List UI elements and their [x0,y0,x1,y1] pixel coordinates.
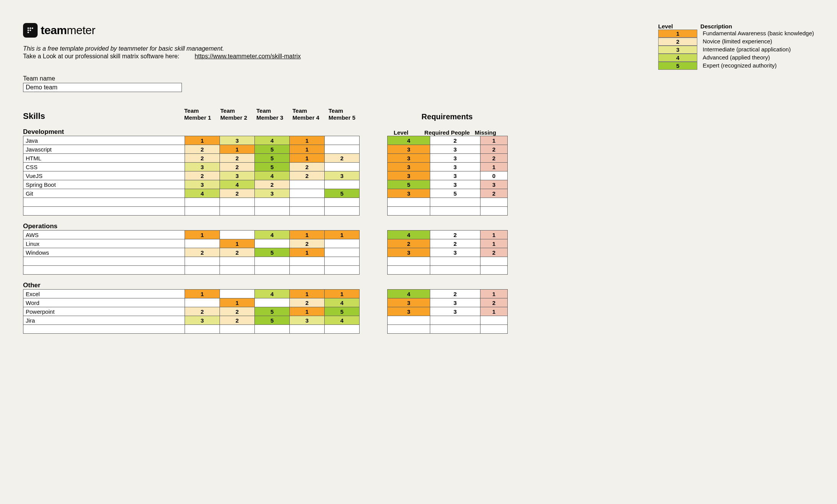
skill-level-cell[interactable]: 2 [325,154,360,163]
required-people-cell[interactable] [430,207,480,216]
skill-name-cell[interactable]: Excel [23,290,185,298]
skill-level-cell[interactable] [325,239,360,248]
skill-level-cell[interactable] [325,136,360,145]
required-level-cell[interactable]: 3 [388,163,430,171]
skill-level-cell[interactable]: 1 [290,248,325,257]
skill-level-cell[interactable]: 1 [220,298,255,307]
required-level-cell[interactable]: 3 [388,248,430,257]
skill-level-cell[interactable]: 2 [185,154,220,163]
skill-level-cell[interactable] [255,257,290,266]
skill-level-cell[interactable]: 1 [185,290,220,298]
skill-name-cell[interactable]: Java [23,136,185,145]
skill-level-cell[interactable] [325,248,360,257]
skill-matrix-link[interactable]: https://www.teammeter.com/skill-matrix [195,53,301,60]
skill-level-cell[interactable] [255,266,290,275]
required-people-cell[interactable]: 3 [430,171,480,180]
missing-cell[interactable]: 1 [480,290,508,298]
required-level-cell[interactable]: 5 [388,180,430,189]
skill-level-cell[interactable]: 4 [325,316,360,325]
missing-cell[interactable]: 1 [480,163,508,171]
required-people-cell[interactable]: 3 [430,298,480,307]
skill-level-cell[interactable]: 5 [255,316,290,325]
skill-level-cell[interactable]: 3 [255,189,290,198]
skill-name-cell[interactable]: Word [23,298,185,307]
skill-name-cell[interactable]: Javascript [23,145,185,154]
skill-name-cell[interactable]: Windows [23,248,185,257]
skill-level-cell[interactable] [290,207,325,216]
missing-cell[interactable]: 2 [480,248,508,257]
missing-cell[interactable]: 3 [480,180,508,189]
skill-level-cell[interactable]: 3 [325,171,360,180]
skill-name-cell[interactable]: CSS [23,163,185,171]
skill-level-cell[interactable] [325,325,360,334]
skill-level-cell[interactable] [185,239,220,248]
missing-cell[interactable]: 2 [480,189,508,198]
skill-level-cell[interactable]: 5 [255,248,290,257]
skill-level-cell[interactable]: 2 [220,154,255,163]
skill-level-cell[interactable]: 4 [255,231,290,239]
required-level-cell[interactable] [388,198,430,207]
skill-name-cell[interactable]: Powerpoint [23,307,185,316]
team-name-input[interactable]: Demo team [23,83,182,92]
required-level-cell[interactable]: 4 [388,136,430,145]
required-people-cell[interactable]: 3 [430,145,480,154]
skill-level-cell[interactable]: 4 [255,136,290,145]
missing-cell[interactable]: 2 [480,145,508,154]
skill-level-cell[interactable]: 3 [220,136,255,145]
skill-level-cell[interactable]: 1 [290,290,325,298]
required-level-cell[interactable] [388,316,430,325]
skill-level-cell[interactable]: 1 [185,231,220,239]
required-level-cell[interactable] [388,207,430,216]
missing-cell[interactable] [480,207,508,216]
skill-level-cell[interactable] [220,290,255,298]
skill-level-cell[interactable]: 3 [220,171,255,180]
skill-level-cell[interactable] [220,257,255,266]
skill-name-cell[interactable] [23,266,185,275]
skill-level-cell[interactable]: 3 [185,316,220,325]
skill-level-cell[interactable] [290,189,325,198]
skill-level-cell[interactable]: 4 [220,180,255,189]
required-level-cell[interactable]: 3 [388,154,430,163]
skill-level-cell[interactable]: 2 [220,163,255,171]
missing-cell[interactable] [480,257,508,266]
skill-level-cell[interactable] [220,266,255,275]
skill-level-cell[interactable] [185,298,220,307]
skill-level-cell[interactable]: 2 [220,248,255,257]
skill-level-cell[interactable]: 5 [255,307,290,316]
skill-level-cell[interactable]: 5 [255,154,290,163]
skill-level-cell[interactable]: 2 [220,307,255,316]
skill-level-cell[interactable]: 2 [290,171,325,180]
required-level-cell[interactable]: 3 [388,307,430,316]
skill-level-cell[interactable]: 4 [325,298,360,307]
skill-level-cell[interactable] [255,298,290,307]
skill-level-cell[interactable] [290,325,325,334]
required-people-cell[interactable] [430,266,480,275]
skill-level-cell[interactable]: 5 [255,145,290,154]
skill-level-cell[interactable]: 2 [185,248,220,257]
required-level-cell[interactable]: 2 [388,239,430,248]
skill-name-cell[interactable]: Linux [23,239,185,248]
required-people-cell[interactable]: 5 [430,189,480,198]
skill-level-cell[interactable]: 3 [290,316,325,325]
skill-level-cell[interactable] [185,207,220,216]
required-level-cell[interactable]: 3 [388,145,430,154]
skill-level-cell[interactable] [325,207,360,216]
skill-level-cell[interactable] [325,198,360,207]
skill-level-cell[interactable]: 3 [185,163,220,171]
skill-level-cell[interactable]: 1 [220,145,255,154]
required-people-cell[interactable]: 3 [430,248,480,257]
skill-level-cell[interactable]: 5 [325,189,360,198]
skill-level-cell[interactable] [325,257,360,266]
required-people-cell[interactable]: 3 [430,307,480,316]
skill-level-cell[interactable]: 4 [255,171,290,180]
skill-level-cell[interactable]: 1 [290,136,325,145]
required-people-cell[interactable] [430,325,480,334]
skill-level-cell[interactable] [185,266,220,275]
skill-level-cell[interactable]: 1 [185,136,220,145]
skill-name-cell[interactable]: AWS [23,231,185,239]
skill-level-cell[interactable] [325,266,360,275]
required-people-cell[interactable]: 2 [430,239,480,248]
required-people-cell[interactable]: 3 [430,180,480,189]
skill-level-cell[interactable] [325,180,360,189]
skill-level-cell[interactable]: 2 [185,145,220,154]
